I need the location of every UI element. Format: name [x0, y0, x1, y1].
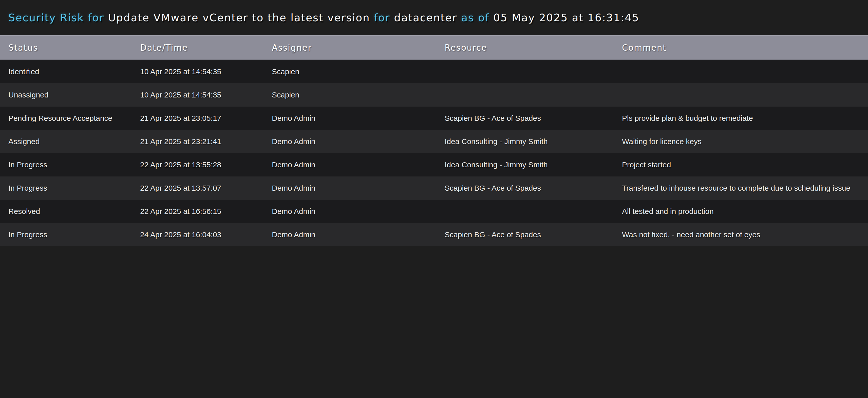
resource-cell: Idea Consulting - Jimmy Smith [445, 130, 622, 153]
table-row: Unassigned 10 Apr 2025 at 14:54:35 Scapi… [0, 83, 868, 107]
table-row: In Progress 22 Apr 2025 at 13:55:28 Demo… [0, 153, 868, 176]
title-segment-as-of: as of [461, 12, 493, 24]
datetime-cell: 22 Apr 2025 at 13:55:28 [140, 153, 272, 176]
assigner-cell: Demo Admin [272, 107, 445, 130]
title-segment-prefix: Security Risk for [8, 12, 108, 24]
datetime-cell: 10 Apr 2025 at 14:54:35 [140, 60, 272, 83]
assigner-cell: Scapien [272, 60, 445, 83]
comment-cell: All tested and in production [622, 200, 868, 223]
resource-cell: Scapien BG - Ace of Spades [445, 176, 622, 200]
assigner-cell: Demo Admin [272, 130, 445, 153]
comment-cell: Waiting for licence keys [622, 130, 868, 153]
page-title-text: Security Risk for Update VMware vCenter … [8, 12, 639, 24]
comment-cell [622, 60, 868, 83]
comment-cell [622, 83, 868, 107]
status-cell: In Progress [0, 153, 140, 176]
assigner-cell: Demo Admin [272, 200, 445, 223]
comment-cell: Pls provide plan & budget to remediate [622, 107, 868, 130]
assigner-cell: Demo Admin [272, 176, 445, 200]
resource-cell [445, 60, 622, 83]
table-row: In Progress 22 Apr 2025 at 13:57:07 Demo… [0, 176, 868, 200]
resource-cell [445, 83, 622, 107]
datetime-cell: 22 Apr 2025 at 13:57:07 [140, 176, 272, 200]
resource-cell: Idea Consulting - Jimmy Smith [445, 153, 622, 176]
status-cell: In Progress [0, 176, 140, 200]
comment-cell: Transfered to inhouse resource to comple… [622, 176, 868, 200]
resource-cell: Scapien BG - Ace of Spades [445, 223, 622, 246]
title-segment-entity: datacenter [394, 12, 461, 24]
assigner-cell: Demo Admin [272, 223, 445, 246]
resource-cell: Scapien BG - Ace of Spades [445, 107, 622, 130]
assigner-cell: Scapien [272, 83, 445, 107]
table-row: Identified 10 Apr 2025 at 14:54:35 Scapi… [0, 60, 868, 83]
table-header-row: Status Date/Time Assigner Resource Comme… [0, 35, 868, 60]
status-cell: Assigned [0, 130, 140, 153]
status-cell: Resolved [0, 200, 140, 223]
title-segment-for: for [374, 12, 394, 24]
resource-cell [445, 200, 622, 223]
column-header-status: Status [0, 35, 140, 60]
status-cell: Pending Resource Acceptance [0, 107, 140, 130]
column-header-comment: Comment [622, 35, 868, 60]
datetime-cell: 10 Apr 2025 at 14:54:35 [140, 83, 272, 107]
table-row: Pending Resource Acceptance 21 Apr 2025 … [0, 107, 868, 130]
column-header-datetime: Date/Time [140, 35, 272, 60]
status-cell: Unassigned [0, 83, 140, 107]
column-header-resource: Resource [445, 35, 622, 60]
assigner-cell: Demo Admin [272, 153, 445, 176]
risk-history-table: Status Date/Time Assigner Resource Comme… [0, 35, 868, 246]
table-row: In Progress 24 Apr 2025 at 16:04:03 Demo… [0, 223, 868, 246]
column-header-assigner: Assigner [272, 35, 445, 60]
status-cell: Identified [0, 60, 140, 83]
datetime-cell: 22 Apr 2025 at 16:56:15 [140, 200, 272, 223]
title-segment-timestamp: 05 May 2025 at 16:31:45 [493, 12, 639, 24]
table-row: Assigned 21 Apr 2025 at 23:21:41 Demo Ad… [0, 130, 868, 153]
status-cell: In Progress [0, 223, 140, 246]
comment-cell: Was not fixed. - need another set of eye… [622, 223, 868, 246]
title-segment-risk-name: Update VMware vCenter to the latest vers… [108, 12, 374, 24]
datetime-cell: 24 Apr 2025 at 16:04:03 [140, 223, 272, 246]
comment-cell: Project started [622, 153, 868, 176]
datetime-cell: 21 Apr 2025 at 23:21:41 [140, 130, 272, 153]
page-title: Security Risk for Update VMware vCenter … [0, 0, 868, 35]
table-row: Resolved 22 Apr 2025 at 16:56:15 Demo Ad… [0, 200, 868, 223]
datetime-cell: 21 Apr 2025 at 23:05:17 [140, 107, 272, 130]
